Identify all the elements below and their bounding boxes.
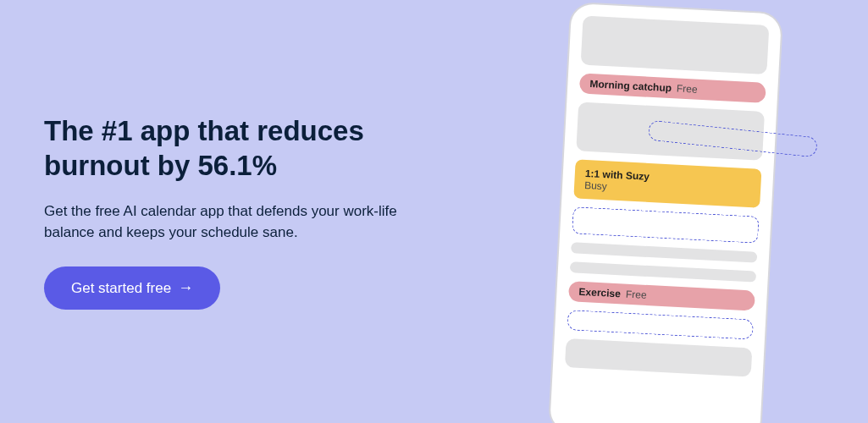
open-slot-placeholder: [572, 206, 759, 243]
event-pill-morning-catchup: Morning catchup Free: [579, 73, 766, 102]
calendar-block-placeholder: [581, 16, 770, 74]
event-title: Exercise: [578, 286, 621, 300]
cta-label: Get started free: [71, 280, 171, 297]
calendar-line-placeholder: [571, 242, 757, 262]
event-pill-exercise: Exercise Free: [568, 281, 755, 310]
phone-mockup: Morning catchup Free 1:1 with Suzy Busy …: [548, 2, 783, 423]
phone-frame: Morning catchup Free 1:1 with Suzy Busy …: [548, 2, 783, 423]
hero-text: The #1 app that reduces burnout by 56.1%…: [0, 113, 440, 310]
open-slot-placeholder: [567, 310, 754, 339]
calendar-line-placeholder: [570, 261, 756, 282]
hero-headline: The #1 app that reduces burnout by 56.1%: [44, 113, 440, 184]
event-status: Free: [626, 288, 647, 301]
event-status: Free: [677, 82, 698, 95]
arrow-right-icon: →: [178, 279, 193, 297]
get-started-button[interactable]: Get started free →: [44, 266, 220, 310]
hero-subhead: Get the free AI calendar app that defend…: [44, 201, 417, 243]
event-card-1-1-suzy: 1:1 with Suzy Busy: [573, 159, 761, 207]
calendar-block-placeholder: [565, 338, 752, 376]
event-title: Morning catchup: [589, 78, 672, 94]
